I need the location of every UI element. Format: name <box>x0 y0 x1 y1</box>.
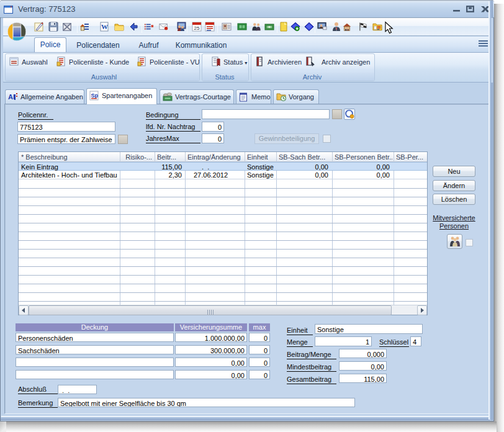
svg-text:Sp: Sp <box>91 92 99 99</box>
svg-text:W: W <box>101 23 108 30</box>
svg-text:Al: Al <box>8 93 15 101</box>
svg-text:25: 25 <box>194 25 200 31</box>
